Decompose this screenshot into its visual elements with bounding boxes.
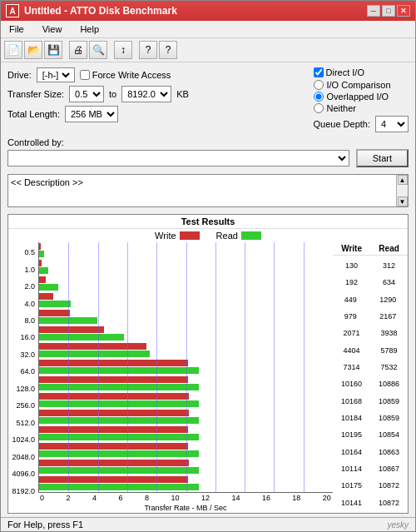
neither-radio[interactable]	[314, 103, 324, 113]
grid-line	[304, 242, 305, 492]
queue-depth-select[interactable]: 4	[375, 116, 409, 132]
grid-line	[156, 242, 157, 492]
menu-view[interactable]: View	[37, 22, 67, 36]
read-legend: Read	[216, 231, 261, 241]
grid-line	[245, 242, 245, 492]
write-bar	[39, 260, 42, 266]
direct-io-group: Direct I/O	[314, 67, 409, 77]
write-legend-box	[180, 231, 200, 240]
drive-label: Drive:	[7, 70, 32, 80]
write-value: 7314	[343, 363, 359, 371]
chart-value-row: 192634	[333, 278, 408, 286]
read-value: 7532	[380, 363, 397, 371]
maximize-button[interactable]: □	[382, 5, 395, 17]
write-value: 10175	[341, 481, 362, 490]
write-value: 192	[345, 278, 358, 286]
transfer-size-row: Transfer Size: 0.5 to 8192.0 KB	[7, 86, 305, 102]
window-title: Untitled - ATTO Disk Benchmark	[24, 5, 367, 17]
watermark: yesky	[387, 520, 409, 530]
queue-depth-row: Queue Depth: 4	[314, 116, 409, 132]
row-label: 32.0	[12, 349, 35, 360]
chart-value-row: 20713938	[333, 329, 408, 337]
read-value: 10854	[379, 430, 399, 439]
grid-line	[68, 242, 69, 492]
scroll-down-arrow[interactable]: ▼	[398, 196, 408, 206]
menu-file[interactable]: File	[4, 22, 29, 36]
drive-select[interactable]: [-h-]	[39, 69, 72, 81]
print-button[interactable]: 🖨	[69, 41, 87, 59]
force-write-label: Force Write Access	[92, 70, 171, 80]
controls-area: Drive: [-h-] Force Write Access Transfer…	[1, 62, 415, 137]
read-bar	[39, 351, 150, 357]
read-bar	[39, 434, 199, 440]
x-axis: 02468101214161820	[38, 493, 333, 503]
neither-label: Neither	[327, 103, 356, 113]
help-button[interactable]: ?	[139, 41, 157, 59]
row-label: 2.0	[12, 281, 35, 292]
write-bar	[39, 276, 46, 283]
direct-io-checkbox[interactable]	[314, 67, 324, 77]
start-button[interactable]: Start	[356, 149, 409, 167]
x-axis-tick: 10	[171, 494, 179, 502]
chart-right-values: Write Read 13031219263444912909792167207…	[333, 242, 408, 513]
transfer-size-to-select[interactable]: 8192.0	[121, 86, 171, 102]
write-value: 449	[344, 296, 357, 304]
write-bar	[39, 476, 188, 483]
minimize-button[interactable]: ─	[367, 5, 380, 17]
chart-title: Test Results	[8, 215, 408, 229]
row-label: 4096.0	[12, 468, 35, 480]
resize-button[interactable]: ↕	[114, 41, 132, 59]
main-window: A Untitled - ATTO Disk Benchmark ─ □ ✕ F…	[0, 0, 416, 532]
app-icon: A	[6, 4, 19, 17]
grid-line	[98, 242, 99, 492]
total-length-select[interactable]: 256 MB	[65, 106, 118, 122]
close-button[interactable]: ✕	[397, 5, 410, 17]
overlapped-io-label: Overlapped I/O	[327, 92, 389, 102]
force-write-checkbox[interactable]	[80, 70, 90, 80]
io-comparison-label: I/O Comparison	[327, 80, 391, 90]
status-text: For Help, press F1	[7, 520, 83, 530]
read-value: 634	[383, 278, 395, 286]
x-axis-tick: 12	[201, 494, 210, 502]
overlapped-io-radio[interactable]	[314, 92, 324, 102]
read-bar	[39, 367, 199, 374]
write-legend: Write	[155, 231, 199, 241]
title-bar: A Untitled - ATTO Disk Benchmark ─ □ ✕	[1, 1, 415, 21]
read-value: 10872	[379, 499, 399, 507]
overlapped-io-item: Overlapped I/O	[314, 92, 409, 102]
controlled-by-label: Controlled by:	[7, 137, 409, 147]
scroll-up-arrow[interactable]: ▲	[398, 175, 408, 185]
row-label: 64.0	[12, 365, 35, 377]
chart-section: Test Results Write Read 0.51.02.04.08.01…	[7, 214, 409, 514]
grid-line	[215, 242, 216, 492]
open-button[interactable]: 📂	[24, 41, 42, 59]
menu-help[interactable]: Help	[75, 22, 104, 36]
write-value: 10195	[341, 430, 362, 439]
controlled-by-select[interactable]	[8, 152, 349, 164]
about-button[interactable]: ?	[159, 41, 177, 59]
right-write-header: Write	[341, 244, 362, 253]
description-text: << Description >>	[11, 177, 83, 187]
chart-value-row: 44045789	[333, 346, 408, 355]
new-button[interactable]: 📄	[4, 41, 22, 59]
x-axis-tick: 0	[40, 494, 44, 502]
chart-value-row: 9792167	[333, 312, 408, 321]
read-bar	[39, 417, 199, 424]
x-axis-tick: 18	[292, 494, 300, 502]
title-buttons: ─ □ ✕	[367, 5, 410, 17]
grid-line	[274, 242, 275, 492]
row-label: 256.0	[12, 400, 35, 411]
total-length-row: Total Length: 256 MB	[7, 106, 305, 122]
kb-label: KB	[176, 89, 189, 99]
io-comparison-radio[interactable]	[314, 80, 324, 90]
total-length-label: Total Length:	[7, 109, 60, 119]
chart-value-row: 1018410859	[333, 414, 408, 422]
chart-right-header: Write Read	[333, 242, 408, 256]
save-button[interactable]: 💾	[44, 41, 62, 59]
preview-button[interactable]: 🔍	[89, 41, 107, 59]
write-bar	[39, 343, 146, 350]
description-scrollbar: ▲ ▼	[396, 175, 408, 206]
row-label: 8192.0	[12, 485, 35, 497]
write-value: 979	[344, 312, 357, 321]
transfer-size-from-select[interactable]: 0.5	[69, 86, 104, 102]
